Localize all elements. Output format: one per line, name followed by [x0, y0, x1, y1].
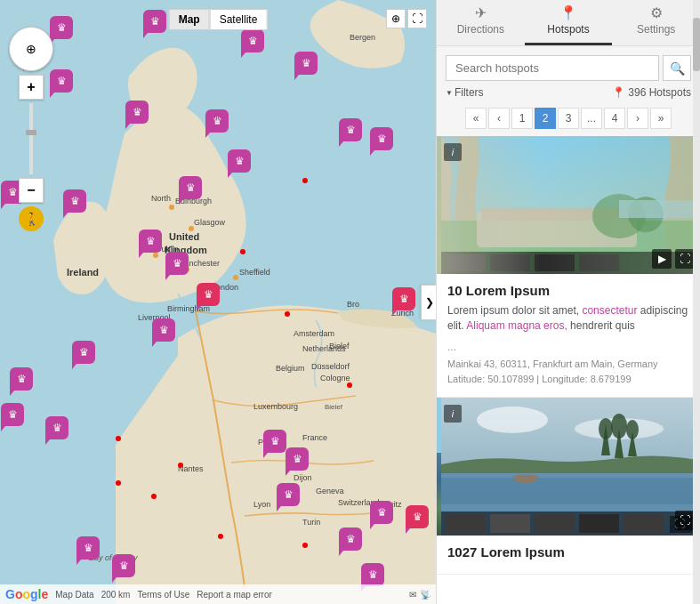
map-rss-icon[interactable]: 📡	[420, 590, 430, 600]
map-container[interactable]: Edinburgh Glasgow Dublin Manchester Lond…	[0, 0, 436, 604]
page-first-button[interactable]: «	[465, 108, 487, 129]
info-badge-1[interactable]: i	[444, 143, 462, 161]
zoom-out-button[interactable]: −	[19, 178, 44, 203]
svg-text:Sheffield: Sheffield	[239, 268, 270, 277]
svg-rect-64	[579, 514, 619, 533]
page-2-button[interactable]: 2	[535, 108, 556, 129]
page-1-button[interactable]: 1	[511, 108, 533, 129]
hotspot-pin[interactable]: ♛	[71, 338, 96, 366]
result-item-1[interactable]: i ▶ ⛶ 10 Lorem Ipsum Lorem ipsum dolor s…	[437, 136, 700, 398]
map-data-label: Map Data	[55, 590, 93, 600]
hotspot-pin[interactable]: ♛	[111, 552, 136, 580]
hotspot-pin[interactable]: ♛	[178, 173, 203, 202]
hotspot-pin[interactable]: ♛	[227, 147, 252, 175]
hotspot-dot	[218, 534, 223, 539]
result-title-1: 10 Lorem Ipsum	[447, 283, 689, 298]
map-button[interactable]: Map	[169, 9, 210, 30]
fullscreen-button-2[interactable]: ⛶	[675, 511, 695, 530]
info-badge-2[interactable]: i	[444, 405, 462, 423]
hotspot-pin[interactable]: ♛	[138, 227, 163, 255]
tab-settings[interactable]: ⚙ Settings	[612, 0, 700, 45]
hotspot-pin[interactable]: ♛	[369, 125, 394, 153]
hotspot-pin[interactable]: ♛	[276, 480, 301, 509]
svg-text:Lyon: Lyon	[253, 500, 270, 509]
filters-row: Filters 📍 396 Hotspots	[437, 85, 700, 104]
svg-text:Luxembourg: Luxembourg	[253, 402, 298, 411]
hotspot-pin[interactable]: ♛	[76, 534, 101, 562]
hotspot-pin[interactable]: ♛	[369, 498, 394, 527]
hotspot-pin[interactable]: ♛	[262, 427, 287, 455]
map-drag-icon[interactable]: ⊕	[386, 9, 406, 28]
svg-rect-48	[446, 254, 486, 271]
zoom-slider[interactable]	[29, 103, 33, 174]
street-view-icon[interactable]: 🚶	[19, 206, 44, 231]
directions-icon: ✈	[475, 4, 487, 21]
play-button-1[interactable]: ▶	[652, 249, 672, 269]
result-image-2: ⛶ i ⛶	[437, 398, 700, 536]
results-list[interactable]: i ▶ ⛶ 10 Lorem Ipsum Lorem ipsum dolor s…	[437, 136, 700, 604]
map-nav-control[interactable]: ⊕	[9, 27, 53, 71]
svg-text:Turin: Turin	[302, 518, 320, 527]
svg-rect-50	[535, 254, 575, 271]
map-fullscreen-icon[interactable]: ⛶	[407, 9, 427, 28]
hotspot-pin[interactable]: ♛	[62, 187, 87, 215]
page-prev-button[interactable]: ‹	[488, 108, 510, 129]
hotspot-pin[interactable]: ♛	[338, 116, 363, 144]
svg-text:France: France	[302, 433, 327, 442]
svg-text:Cologne: Cologne	[320, 374, 350, 383]
map-email-icon[interactable]: ✉	[409, 590, 416, 600]
hotspot-pin[interactable]: ♛	[44, 414, 69, 442]
svg-text:Bro: Bro	[347, 300, 359, 309]
hotspot-pin[interactable]: ♛	[405, 503, 430, 531]
expand-panel-button[interactable]: ❯	[421, 285, 436, 320]
hotspot-pin[interactable]: ♛	[9, 365, 34, 393]
result-item-2[interactable]: ⛶ i ⛶ 1027 Lorem Ipsum	[437, 398, 700, 575]
page-last-button[interactable]: »	[650, 108, 672, 129]
hotspot-pin[interactable]: ♛	[285, 445, 310, 473]
svg-point-45	[628, 197, 664, 232]
hotspot-pin[interactable]: ♛	[240, 27, 265, 55]
result-content-2: 1027 Lorem Ipsum	[437, 536, 700, 574]
page-4-button[interactable]: 4	[604, 108, 625, 129]
filters-link[interactable]: Filters	[446, 86, 484, 99]
map-type-controls: Map Satellite	[169, 9, 268, 30]
map-report[interactable]: Report a map error	[197, 590, 271, 600]
panel-scrollbar-thumb	[693, 18, 700, 71]
search-input[interactable]	[446, 55, 659, 81]
hotspot-dot	[116, 480, 121, 486]
hotspot-pin[interactable]: ♛	[0, 400, 25, 429]
map-footer-icons: ✉ 📡	[409, 590, 430, 600]
hotspots-icon: 📍	[559, 4, 577, 21]
fullscreen-button-1[interactable]: ⛶	[675, 249, 695, 269]
svg-text:Ireland: Ireland	[67, 267, 99, 278]
tab-directions[interactable]: ✈ Directions	[437, 0, 525, 45]
svg-rect-51	[579, 254, 619, 271]
satellite-button[interactable]: Satellite	[210, 9, 268, 30]
hotspot-pin-red[interactable]: ♛	[196, 280, 221, 309]
hotspot-pin[interactable]: ♛	[151, 316, 176, 344]
hotspot-pin[interactable]: ♛	[125, 98, 149, 126]
panel-scrollbar[interactable]	[693, 0, 700, 604]
hotspot-dot	[347, 383, 352, 388]
hotspot-pin[interactable]: ♛	[165, 249, 189, 278]
hotspot-pin[interactable]: ♛	[142, 7, 167, 36]
hotspot-dot	[116, 436, 121, 441]
svg-point-59	[626, 420, 639, 439]
result-address-1: Mainkai 43, 60311, Frankfurt am Main, Ge…	[447, 357, 689, 388]
page-3-button[interactable]: 3	[558, 108, 579, 129]
map-scale: 200 km	[101, 590, 131, 600]
search-button[interactable]: 🔍	[663, 55, 691, 81]
hotspot-pin-red[interactable]: ♛	[391, 285, 416, 313]
hotspot-pin[interactable]: ♛	[294, 49, 318, 77]
hotspot-pin[interactable]: ♛	[338, 525, 363, 553]
zoom-controls: ⊕ + − 🚶	[9, 27, 53, 231]
zoom-in-button[interactable]: +	[19, 75, 44, 100]
result-title-2: 1027 Lorem Ipsum	[447, 544, 689, 560]
hotspot-dot	[302, 543, 308, 548]
map-terms[interactable]: Terms of Use	[137, 590, 189, 600]
svg-rect-46	[619, 200, 696, 218]
svg-text:North: North	[151, 194, 171, 203]
tab-hotspots[interactable]: 📍 Hotspots	[525, 0, 613, 45]
page-next-button[interactable]: ›	[627, 108, 648, 129]
hotspot-pin[interactable]: ♛	[205, 107, 229, 135]
